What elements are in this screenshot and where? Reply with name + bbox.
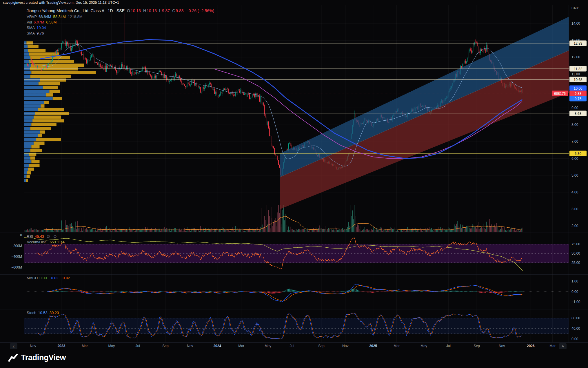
rsi-label[interactable]: RSI — [27, 234, 33, 239]
stoch-legend-row: Stoch 10.5330.23 — [27, 310, 61, 316]
time-label-month: Nov — [342, 344, 348, 348]
legend-values-sma1: 10.04 — [37, 26, 48, 30]
legend-value: 0.00 — [39, 276, 47, 280]
macd-tick: −1.00 — [571, 300, 580, 304]
timezone-button[interactable]: Z — [10, 343, 17, 349]
stoch-pane-legend: Stoch 10.5330.23 — [27, 310, 61, 316]
legend-value: −0.02 — [61, 276, 70, 280]
price-tick: 4.00 — [571, 190, 578, 194]
legend-values-vol: 6.07M6.58M — [34, 20, 59, 24]
price-tick: 6.00 — [571, 157, 578, 161]
accum-dist-values: −653.11M — [48, 240, 66, 244]
change-value: −0.26 (−2.56%) — [186, 8, 214, 13]
price-tick: 7.00 — [571, 139, 578, 144]
price-tick: 5.00 — [571, 173, 578, 177]
tradingview-wordmark: TradingView — [21, 353, 66, 362]
currency-label: CNY — [571, 6, 579, 10]
ohlc-value: 9.88 — [176, 8, 183, 13]
time-label-year: 2026 — [527, 344, 535, 348]
macd-pane-legend: MACD 0.00−0.02−0.02 — [27, 275, 72, 281]
time-label-month: Nov — [187, 344, 193, 348]
time-label-month: Mar — [238, 344, 244, 348]
time-label-month: Sep — [318, 344, 324, 348]
legend-label-sma2[interactable]: SMA — [27, 31, 35, 35]
legend-label-sma1[interactable]: SMA — [27, 26, 35, 30]
ohlc-value: 10.13 — [147, 8, 157, 13]
price-tick: 11.00 — [571, 72, 580, 76]
legend-value: 58.34M — [53, 14, 66, 19]
price-tick: 2.00 — [571, 224, 578, 228]
price-tick: 14.00 — [571, 21, 580, 26]
time-label-month: Mar — [394, 344, 400, 348]
legend-value: 1218.8M — [68, 14, 83, 19]
accum-dist-legend-row: Accum/Dist −653.11M — [27, 239, 66, 245]
time-label-year: 2024 — [213, 344, 221, 348]
time-label-month: Sep — [474, 344, 480, 348]
main-legend: Jiangsu Yahong Meditech Co., Ltd. Class … — [27, 8, 214, 36]
ticker-price-label: 688176 — [552, 91, 568, 96]
ohlc-key: L — [159, 8, 161, 13]
legend-value: 10.04 — [37, 26, 46, 30]
legend-row-vol: Vol 6.07M6.58M — [27, 19, 214, 25]
time-label-year: 2025 — [369, 344, 377, 348]
macd-tick: 1.00 — [571, 279, 578, 283]
ohlc-group: O10.13H10.13L9.87C9.88 — [125, 8, 184, 13]
legend-value: 6.07M — [34, 20, 44, 24]
macd-label[interactable]: MACD — [27, 276, 38, 280]
legend-value: 10.53 — [38, 311, 48, 315]
rsi-legend-row: RSI 45.43 ∅ ∅ — [27, 234, 66, 239]
accum-dist-tick: −400M — [1, 255, 22, 259]
time-label-month: May — [108, 344, 115, 348]
ohlc-value: 9.87 — [162, 8, 170, 13]
rsi-tick: 75.00 — [571, 242, 580, 246]
accum-dist-label[interactable]: Accum/Dist — [27, 240, 46, 244]
price-label-box: 11.32 — [569, 66, 587, 72]
time-label-month: Nov — [30, 344, 36, 348]
macd-tick: 0.00 — [571, 290, 578, 294]
stoch-label[interactable]: Stoch — [27, 311, 36, 315]
legend-values-vrvp: 68.84M58.34M1218.8M — [39, 14, 84, 19]
price-tick: 8.00 — [571, 123, 578, 127]
legend-value: −653.11M — [48, 240, 64, 244]
price-label-box: 9.88 — [569, 91, 587, 96]
price-label-box: 6.30 — [569, 151, 587, 156]
legend-value: 30.23 — [50, 311, 59, 315]
price-label-box: 10.68 — [569, 77, 587, 82]
stoch-tick: 80.00 — [571, 316, 580, 320]
stoch-tick: 40.00 — [571, 327, 580, 331]
legend-row-sma1: SMA 10.04 — [27, 25, 214, 30]
price-label-box: 12.83 — [569, 41, 587, 46]
macd-values: 0.00−0.02−0.02 — [39, 276, 72, 280]
symbol-title[interactable]: Jiangsu Yahong Meditech Co., Ltd. Class … — [27, 8, 125, 13]
ohlc-key: H — [143, 8, 146, 13]
ohlc-key: O — [127, 8, 130, 13]
macd-legend-row: MACD 0.00−0.02−0.02 — [27, 275, 72, 281]
rsi-pane-legend: RSI 45.43 ∅ ∅ Accum/Dist −653.11M — [27, 234, 66, 245]
time-label-month: Jul — [290, 344, 294, 348]
legend-value: −0.02 — [49, 276, 59, 280]
time-label-month: Sep — [162, 344, 168, 348]
time-label-month: Nov — [499, 344, 505, 348]
rsi-hidden-values: ∅ ∅ — [47, 234, 58, 239]
price-tick: 12.00 — [571, 55, 580, 59]
legend-value: 9.76 — [37, 31, 44, 35]
time-label-month: Mar — [82, 344, 88, 348]
price-label-box: 8.68 — [569, 111, 587, 116]
tradingview-logo[interactable]: TradingView — [8, 353, 66, 362]
time-label-month: May — [420, 344, 427, 348]
legend-row-sma2: SMA 9.76 — [27, 30, 214, 36]
accum-dist-tick: −200M — [1, 244, 22, 248]
time-label-year: 2023 — [57, 344, 65, 348]
time-label-month: Jul — [446, 344, 451, 348]
stoch-tick: 0.00 — [571, 337, 578, 341]
main-legend-title-row: Jiangsu Yahong Meditech Co., Ltd. Class … — [27, 8, 214, 14]
tradingview-chart: savepiginvest created with TradingView.c… — [0, 0, 588, 368]
accum-dist-tick: −600M — [1, 265, 22, 269]
rsi-values: 45.43 — [35, 234, 46, 239]
legend-label-vrvp[interactable]: VRVP — [27, 14, 37, 19]
time-label-month: May — [265, 344, 271, 348]
autoscale-button[interactable]: A — [559, 343, 567, 349]
legend-label-vol[interactable]: Vol — [27, 20, 32, 24]
price-label-box: 9.75 — [569, 96, 587, 101]
time-label-month: Jul — [135, 344, 140, 348]
